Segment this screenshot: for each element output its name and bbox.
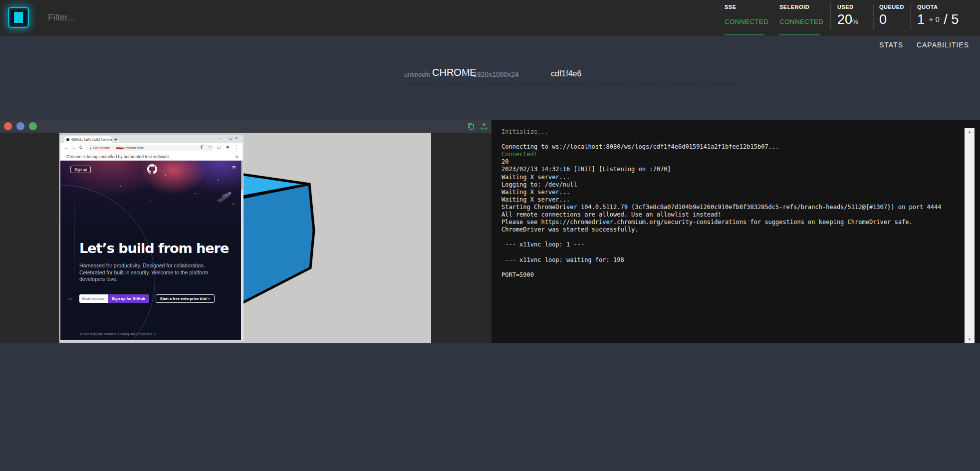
browser-tabstrip: GitHub: Let's build from he ✕ + ⌄─▢✕	[60, 135, 243, 143]
log-line: 2023/02/13 14:32:16 [INIT] [Listening on…	[501, 166, 960, 173]
used-value: 20%	[837, 12, 858, 27]
address-separator: |	[111, 146, 115, 150]
vnc-titlebar	[0, 120, 491, 133]
view-tabs: STATS CAPABILITIES	[868, 41, 969, 49]
log-line: All remote connections are allowed. Use …	[501, 211, 960, 219]
cube-front-face	[242, 184, 314, 305]
log-line: Waiting X server...	[501, 174, 960, 181]
minimize-window-button[interactable]	[16, 122, 24, 130]
log-line: Initialize...	[501, 128, 960, 136]
selenoid-logo-mark	[14, 12, 23, 23]
github-favicon	[66, 138, 69, 141]
log-scrollbar[interactable]: ▲ ▼	[965, 128, 975, 343]
not-secure-warning-icon: ▲	[89, 147, 92, 150]
selenoid-logo[interactable]	[8, 7, 29, 28]
selenoid-label: SELENOID	[779, 4, 809, 10]
automation-infobar-text: Chrome is being controlled by automated …	[66, 154, 170, 159]
close-window-button[interactable]	[4, 122, 12, 130]
vnc-screen[interactable]: GitHub: Let's build from he ✕ + ⌄─▢✕ ← →…	[59, 133, 431, 343]
new-tab-button[interactable]: +	[114, 136, 117, 143]
log-line: Waiting X server...	[501, 196, 960, 204]
session-separator: /	[424, 68, 427, 79]
automation-infobar: Chrome is being controlled by automated …	[60, 153, 243, 161]
github-homepage: Sign up ≡ Let’s build from here Harnesse…	[60, 161, 243, 340]
log-line: Connected!	[501, 151, 960, 158]
log-line	[501, 264, 960, 271]
queued-label: QUEUED	[879, 4, 904, 10]
log-line: Please see https://chromedriver.chromium…	[501, 219, 960, 226]
session-browser-name: CHROME	[432, 67, 477, 78]
browser-tab-title: GitHub: Let's build from he	[71, 138, 112, 141]
log-line: Starting ChromeDriver 104.0.5112.79 (3cf…	[501, 204, 960, 211]
log-line: --- x11vnc loop: 1 ---	[501, 241, 960, 248]
browser-toolbar-icons[interactable]: ❮ ☆ ▢ ◉ ⋮	[200, 145, 241, 149]
url-scheme: https	[116, 146, 124, 150]
url-host: ://github.com	[124, 146, 144, 150]
email-field[interactable]	[79, 294, 108, 303]
spaceship-illustration	[216, 191, 233, 204]
log-line	[501, 136, 960, 143]
infobar-close-icon[interactable]: ✕	[235, 153, 239, 161]
not-secure-label: Not secure	[93, 146, 110, 150]
reload-icon[interactable]: ↻	[79, 145, 83, 150]
log-line: 20	[501, 158, 960, 166]
sse-label: SSE	[725, 4, 736, 10]
session-id-link[interactable]: cdf1f4e6	[551, 69, 581, 78]
status-divider	[830, 4, 831, 29]
filter-input[interactable]	[48, 9, 208, 26]
tab-close-icon[interactable]: ✕	[108, 136, 110, 143]
sse-status-value: CONNECTED	[725, 18, 768, 25]
selenoid-status-value: CONNECTED	[779, 18, 823, 25]
topbar: SSE CONNECTED SELENOID CONNECTED USED 20…	[0, 0, 980, 36]
maximize-window-button[interactable]	[29, 122, 37, 130]
glow-line	[74, 180, 74, 297]
log-line: Logging to: /dev/null	[501, 181, 960, 189]
3d-cube-illustration	[242, 171, 321, 310]
forward-icon[interactable]: →	[71, 145, 76, 150]
vnc-content: GitHub: Let's build from he ✕ + ⌄─▢✕ ← →…	[0, 133, 491, 343]
code-brackets-icon: <>	[67, 297, 72, 301]
session-screen-resolution: 1920x1080x24	[473, 70, 519, 78]
remote-browser-window: GitHub: Let's build from he ✕ + ⌄─▢✕ ← →…	[59, 135, 244, 341]
session-log-panel: Initialize... Connecting to ws://localho…	[491, 120, 980, 343]
used-unit: %	[852, 18, 858, 25]
hero-cta-row: Sign up for GitHub Start a free enterpri…	[79, 294, 215, 303]
browser-toolbar: ← → ↻ ▲ Not secure | https://github.com …	[60, 143, 243, 153]
page-scrollbar[interactable]	[241, 161, 243, 340]
scroll-down-icon[interactable]: ▼	[965, 337, 975, 342]
status-divider	[910, 4, 911, 29]
signup-for-github-button[interactable]: Sign up for GitHub	[108, 294, 149, 303]
quota-label: QUOTA	[917, 4, 938, 10]
quota-value: 1 + 0 / 5	[917, 12, 959, 27]
upload-icon[interactable]	[480, 122, 488, 130]
page-scrollbar-thumb[interactable]	[241, 161, 243, 190]
vnc-panel: GitHub: Let's build from he ✕ + ⌄─▢✕ ← →…	[0, 120, 491, 343]
hamburger-menu-icon[interactable]: ≡	[232, 164, 236, 171]
browser-window-controls[interactable]: ⌄─▢✕	[218, 136, 241, 140]
scroll-up-icon[interactable]: ▲	[965, 130, 975, 134]
tab-stats[interactable]: STATS	[879, 41, 903, 49]
queued-value: 0	[879, 12, 887, 27]
quota-extra: + 0	[929, 15, 940, 23]
log-output: Initialize... Connecting to ws://localho…	[501, 128, 960, 279]
log-line: Connecting to ws://localhost:8080/ws/log…	[501, 143, 960, 151]
selenoid-connected-underline	[779, 34, 820, 35]
back-icon[interactable]: ←	[64, 145, 69, 150]
log-line: --- x11vnc loop: waiting for: 198	[501, 256, 960, 264]
github-signup-button[interactable]: Sign up	[70, 166, 91, 173]
github-logo-icon[interactable]	[147, 164, 157, 174]
used-label: USED	[837, 4, 854, 10]
enterprise-trial-button[interactable]: Start a free enterprise trial >	[156, 294, 215, 303]
trusted-orgs-link[interactable]: Trusted by the world’s leading organizat…	[79, 332, 156, 336]
browser-tab[interactable]: GitHub: Let's build from he ✕	[64, 136, 112, 143]
session-row-underline	[403, 84, 738, 85]
selenoid-ui-app: SSE CONNECTED SELENOID CONNECTED USED 20…	[0, 0, 980, 471]
session-row[interactable]: unknown / CHROME / 1920x1080x24 cdf1f4e6	[0, 64, 980, 85]
copy-clipboard-icon[interactable]	[467, 122, 475, 130]
tab-capabilities[interactable]: CAPABILITIES	[917, 41, 969, 49]
session-separator: /	[465, 68, 468, 79]
address-bar[interactable]: ▲ Not secure | https://github.com	[86, 145, 214, 151]
hero-paragraph: Harnessed for productivity. Designed for…	[79, 262, 208, 283]
log-line	[501, 249, 960, 256]
hero-title: Let’s build from here	[79, 240, 229, 256]
